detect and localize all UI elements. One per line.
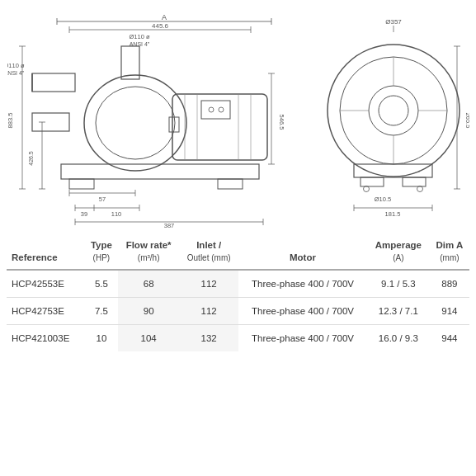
svg-text:265.5: 265.5 [464,113,469,129]
svg-text:546.5: 546.5 [278,115,285,130]
table-row: HCP421003E10104132Three-phase 400 / 700V… [7,324,469,351]
svg-text:883.5: 883.5 [7,113,14,129]
col-flowrate: Flow rate* (m³/h) [118,234,179,270]
cell-flowrate: 104 [118,324,179,351]
diagram-section: A 445.6 Ø110 ø ANSI 4" Ø110 ø ANSI 4" [7,7,469,229]
pump-diagram: A 445.6 Ø110 ø ANSI 4" Ø110 ø ANSI 4" [7,12,469,228]
svg-text:181.5: 181.5 [384,210,400,218]
cell-motor: Three-phase 400 / 700V [238,270,367,298]
cell-reference: HCP421003E [7,324,85,351]
cell-reference: HCP42753E [7,297,85,324]
cell-type: 5.5 [85,270,118,298]
svg-text:39: 39 [80,210,87,218]
col-amperage: Amperage (A) [367,234,430,270]
svg-text:Ø357: Ø357 [385,18,402,26]
col-inletoutlet: Inlet / Outlet (mm) [179,234,238,270]
specs-table: Reference Type (HP) Flow rate* (m³/h) In… [7,234,469,351]
cell-motor: Three-phase 400 / 700V [238,324,367,351]
svg-text:110: 110 [111,210,121,218]
table-section: Reference Type (HP) Flow rate* (m³/h) In… [7,229,469,469]
cell-amperage: 9.1 / 5.3 [367,270,430,298]
cell-flowrate: 68 [118,270,179,298]
table-row: HCP42753E7.590112Three-phase 400 / 700V1… [7,297,469,324]
cell-inletoutlet: 112 [179,297,238,324]
cell-flowrate: 90 [118,297,179,324]
cell-dima: 889 [430,270,469,298]
cell-type: 10 [85,324,118,351]
cell-motor: Three-phase 400 / 700V [238,297,367,324]
cell-inletoutlet: 112 [179,270,238,298]
svg-text:57: 57 [98,196,105,203]
svg-text:445.6: 445.6 [151,22,168,30]
svg-text:Ø10.5: Ø10.5 [374,196,390,203]
col-dima: Dim A (mm) [430,234,469,270]
cell-amperage: 16.0 / 9.3 [367,324,430,351]
svg-text:A: A [161,13,166,21]
svg-text:387: 387 [163,222,174,228]
col-type: Type (HP) [85,234,118,270]
cell-reference: HCP42553E [7,270,85,298]
svg-text:426.5: 426.5 [28,151,34,166]
cell-amperage: 12.3 / 7.1 [367,297,430,324]
cell-dima: 914 [430,297,469,324]
svg-text:Ø110 ø: Ø110 ø [129,33,149,40]
page: A 445.6 Ø110 ø ANSI 4" Ø110 ø ANSI 4" [0,0,476,476]
cell-type: 7.5 [85,297,118,324]
col-motor: Motor [238,234,367,270]
table-header-row: Reference Type (HP) Flow rate* (m³/h) In… [7,234,469,270]
cell-dima: 944 [430,324,469,351]
cell-inletoutlet: 132 [179,324,238,351]
table-row: HCP42553E5.568112Three-phase 400 / 700V9… [7,270,469,298]
col-reference: Reference [7,234,85,270]
